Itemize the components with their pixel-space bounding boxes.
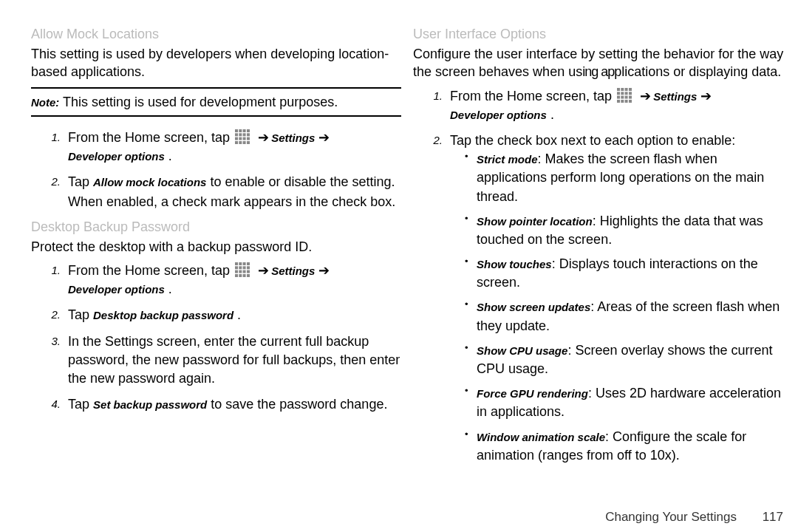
text: From the Home screen, tap: [68, 130, 230, 145]
apps-grid-icon: [235, 262, 250, 277]
svg-rect-42: [625, 95, 628, 98]
svg-rect-39: [629, 92, 632, 95]
svg-rect-7: [247, 133, 250, 136]
svg-rect-47: [629, 100, 632, 103]
step-body: From the Home screen, tap ➔ Settings ➔ D…: [450, 87, 791, 124]
svg-rect-1: [239, 129, 242, 132]
svg-rect-31: [247, 274, 250, 277]
page-number: 117: [763, 510, 783, 525]
page-footer: Changing Your Settings 117: [0, 510, 783, 525]
paragraph: Protect the desktop with a backup passwo…: [31, 238, 401, 256]
period: .: [165, 282, 172, 296]
step-number: 1.: [413, 89, 450, 102]
step-number: 2.: [413, 134, 450, 146]
svg-rect-34: [625, 88, 628, 91]
section-heading-ui-options: User Interface Options: [413, 27, 791, 42]
svg-rect-15: [247, 141, 250, 144]
svg-rect-23: [247, 266, 250, 269]
list-item: 1. From the Home screen, tap ➔ Settings …: [413, 87, 791, 124]
em: Window animation scale: [477, 431, 605, 443]
footer-title: Changing Your Settings: [605, 510, 737, 524]
list-item: 1. From the Home screen, tap ➔ Settings …: [31, 129, 401, 166]
svg-rect-38: [625, 92, 628, 95]
em: Force GPU rendering: [477, 387, 588, 400]
step-number: 2.: [31, 308, 68, 321]
bullet-item: Window animation scale: Configure the sc…: [469, 428, 791, 465]
bullet-item: Show touches: Displays touch interaction…: [469, 255, 791, 292]
svg-rect-16: [235, 262, 238, 265]
paragraph: Configure the user interface by setting …: [413, 45, 791, 81]
em-devopts: Developer options: [68, 150, 165, 163]
text: Tap the check box next to each option to…: [450, 133, 735, 148]
svg-rect-4: [235, 133, 238, 136]
apps-grid-icon: [617, 88, 632, 103]
svg-rect-18: [243, 262, 246, 265]
svg-rect-11: [247, 137, 250, 140]
em-settings: Settings: [271, 132, 315, 144]
step-number: 4.: [31, 398, 68, 410]
em-settings: Settings: [653, 90, 697, 103]
svg-rect-20: [235, 266, 238, 269]
left-column: Allow Mock Locations This setting is use…: [31, 22, 407, 488]
svg-rect-33: [621, 88, 624, 91]
list-item: 2. Tap the check box next to each option…: [413, 132, 791, 471]
svg-rect-43: [629, 95, 632, 98]
step-body: Tap Desktop backup password .: [68, 306, 401, 324]
svg-rect-27: [247, 270, 250, 273]
svg-rect-26: [243, 270, 246, 273]
em: Allow mock locations: [93, 176, 206, 188]
note-prefix: Note:: [31, 96, 59, 109]
period: .: [233, 307, 241, 322]
bullet-item: Force GPU rendering: Uses 2D hardware ac…: [469, 384, 791, 421]
svg-rect-32: [617, 88, 620, 91]
svg-rect-8: [235, 137, 238, 140]
svg-rect-17: [239, 262, 242, 265]
step-number: 2.: [31, 175, 68, 188]
svg-rect-2: [243, 129, 246, 132]
period: .: [165, 149, 172, 163]
em-devopts: Developer options: [450, 109, 547, 121]
bullet-item: Strict mode: Makes the screen flash when…: [469, 150, 791, 206]
bullet-item: Show screen updates: Areas of the screen…: [469, 298, 791, 335]
step-body: From the Home screen, tap ➔ Settings ➔ D…: [68, 262, 401, 299]
text: From the Home screen, tap: [68, 263, 230, 278]
step-number: 1.: [31, 131, 68, 143]
rule: [31, 87, 401, 89]
arrow: ➔: [318, 130, 329, 145]
em: Set backup password: [93, 398, 207, 411]
svg-rect-29: [239, 274, 242, 277]
svg-rect-40: [617, 95, 620, 98]
list-item: 3. In the Settings screen, enter the cur…: [31, 332, 401, 389]
step-body: Tap Allow mock locations to enable or di…: [68, 173, 401, 211]
section-heading-desktop-backup: Desktop Backup Password: [31, 219, 401, 235]
svg-rect-41: [621, 95, 624, 98]
text: ing ap: [582, 64, 614, 79]
text: Tap: [68, 174, 93, 189]
svg-rect-28: [235, 274, 238, 277]
ordered-list: 1. From the Home screen, tap ➔ Settings …: [413, 87, 791, 471]
ordered-list: 1. From the Home screen, tap ➔ Settings …: [31, 129, 401, 212]
note: Note: This setting is used for developme…: [31, 93, 401, 111]
bullet-item: Show pointer location: Highlights the da…: [469, 212, 791, 249]
text: to enable or disable the setting.: [206, 174, 395, 189]
section-heading-allow-mock: Allow Mock Locations: [31, 27, 401, 42]
note-text: This setting is used for development pur…: [59, 95, 338, 109]
arrow: ➔: [258, 263, 271, 278]
page-body: Allow Mock Locations This setting is use…: [0, 0, 798, 488]
arrow: ➔: [318, 263, 329, 278]
svg-rect-35: [629, 88, 632, 91]
period: .: [547, 107, 554, 122]
text: Tap: [68, 307, 93, 322]
apps-grid-icon: [235, 129, 250, 144]
svg-rect-13: [239, 141, 242, 144]
svg-rect-45: [621, 100, 624, 103]
ordered-list: 1. From the Home screen, tap ➔ Settings …: [31, 262, 401, 414]
em: Desktop backup password: [93, 309, 233, 321]
em-settings: Settings: [271, 265, 315, 277]
rule: [31, 115, 401, 117]
paragraph: This setting is used by developers when …: [31, 45, 401, 81]
list-item: 1. From the Home screen, tap ➔ Settings …: [31, 262, 401, 299]
svg-rect-24: [235, 270, 238, 273]
text: Tap: [68, 397, 93, 412]
svg-rect-44: [617, 100, 620, 103]
